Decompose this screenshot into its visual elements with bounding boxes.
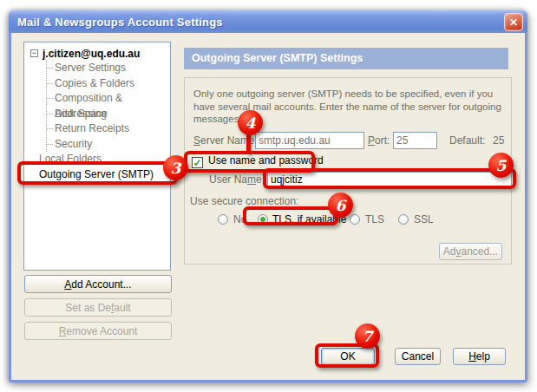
tree-item-outgoing-server[interactable]: Outgoing Server (SMTP) (39, 167, 170, 183)
tree-item-return-receipts[interactable]: Return Receipts (47, 121, 170, 137)
radio-tls[interactable] (350, 214, 360, 225)
close-button[interactable]: ✕ (504, 13, 523, 31)
checkmark-icon: ✓ (193, 158, 201, 168)
dialog-body: − j.citizen@uq.edu.au Server Settings Co… (11, 33, 525, 380)
use-name-password-label[interactable]: Use name and password (208, 154, 324, 168)
account-tree: − j.citizen@uq.edu.au Server Settings Co… (23, 42, 171, 271)
description-text: Only one outgoing server (SMTP) needs to… (193, 88, 504, 126)
smtp-settings-groupbox: Only one outgoing server (SMTP) needs to… (184, 77, 512, 265)
window-title: Mail & Newsgroups Account Settings (17, 16, 223, 29)
help-button[interactable]: Help (453, 348, 506, 365)
page-title: Outgoing Server (SMTP) Settings (184, 48, 508, 69)
close-icon: ✕ (509, 17, 518, 28)
advanced-button: Advanced... (439, 243, 502, 260)
tree-item-copies-folders[interactable]: Copies & Folders (47, 76, 170, 92)
tree-item-account[interactable]: j.citizen@uq.edu.au (43, 48, 140, 60)
tree-item-local-folders[interactable]: Local Folders (39, 152, 170, 167)
tree-item-security[interactable]: Security (47, 137, 170, 153)
radio-no-label[interactable]: No (233, 212, 246, 226)
callout-badge-7: 7 (355, 323, 380, 349)
remove-account-button: Remove Account (24, 322, 172, 340)
server-name-input[interactable] (255, 132, 364, 149)
tree-item-composition-addressing[interactable]: Composition & Addressing (47, 91, 170, 107)
default-port-value: 25 (493, 132, 504, 149)
callout-stem-4 (246, 130, 251, 154)
port-label: Port: (368, 132, 390, 149)
radio-tls-if-available[interactable] (258, 214, 268, 225)
set-as-default-button: Set as Default (24, 298, 172, 317)
port-input[interactable] (393, 132, 437, 149)
tree-row-account[interactable]: − j.citizen@uq.edu.au (28, 46, 170, 61)
tree-item-server-settings[interactable]: Server Settings (47, 61, 170, 76)
user-name-label: User Name: (209, 171, 265, 188)
secure-connection-label: Use secure connection: (190, 193, 298, 210)
titlebar[interactable]: Mail & Newsgroups Account Settings ✕ (9, 10, 527, 33)
add-account-button[interactable]: Add Account... (24, 275, 172, 293)
radio-tls-if-available-label[interactable]: TLS, if available (272, 212, 346, 226)
user-name-input[interactable] (267, 172, 512, 187)
screenshot-canvas: Mail & Newsgroups Account Settings ✕ − j… (0, 0, 537, 392)
radio-ssl-label[interactable]: SSL (414, 212, 434, 226)
radio-tls-label[interactable]: TLS (365, 212, 384, 226)
tree-item-disk-space[interactable]: Disk Space (47, 107, 170, 122)
radio-ssl[interactable] (398, 214, 409, 225)
tree-children: Server Settings Copies & Folders Composi… (46, 61, 170, 152)
account-settings-dialog: Mail & Newsgroups Account Settings ✕ − j… (9, 10, 527, 382)
use-name-password-checkbox[interactable]: ✓ (192, 157, 203, 168)
cancel-button[interactable]: Cancel (395, 348, 441, 365)
radio-no[interactable] (218, 214, 228, 225)
ok-button[interactable]: OK (321, 348, 375, 365)
collapse-icon[interactable]: − (30, 49, 38, 57)
default-port-label: Default: (449, 132, 485, 149)
